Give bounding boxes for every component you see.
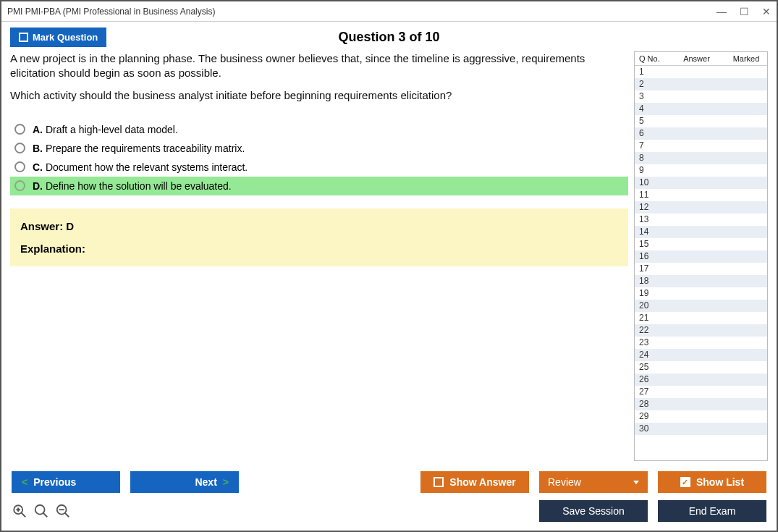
save-session-button[interactable]: Save Session xyxy=(539,500,648,522)
option-text: A. Draft a high-level data model. xyxy=(33,124,178,135)
question-row[interactable]: 4 xyxy=(635,103,767,115)
question-number: 23 xyxy=(639,337,665,349)
question-row[interactable]: 17 xyxy=(635,263,767,275)
body-area: A new project is in the planning phase. … xyxy=(1,51,777,464)
question-number: 14 xyxy=(639,226,665,238)
button-row-1: < Previous Next > Show Answer Review ✓ S… xyxy=(12,471,766,493)
stem-paragraph: Which activity should the business analy… xyxy=(10,88,628,103)
chevron-left-icon: < xyxy=(22,476,28,488)
question-list-body[interactable]: 1234567891011121314151617181920212223242… xyxy=(635,66,767,460)
radio-icon xyxy=(14,143,25,153)
question-row[interactable]: 24 xyxy=(635,349,767,361)
radio-icon xyxy=(14,161,25,172)
question-number: 29 xyxy=(639,410,665,423)
question-number: 19 xyxy=(639,287,665,300)
previous-label: Previous xyxy=(33,476,76,488)
col-marked: Marked xyxy=(728,54,764,63)
question-row[interactable]: 14 xyxy=(635,226,767,238)
zoom-in-icon[interactable] xyxy=(33,503,49,519)
review-button[interactable]: Review xyxy=(539,471,648,493)
question-counter: Question 3 of 10 xyxy=(1,30,777,45)
show-list-label: Show List xyxy=(696,476,744,488)
question-number: 30 xyxy=(639,423,665,435)
question-row[interactable]: 1 xyxy=(635,66,767,78)
answer-box: Answer: D Explanation: xyxy=(10,208,628,266)
review-label: Review xyxy=(548,476,581,488)
question-number: 26 xyxy=(639,373,665,386)
question-number: 10 xyxy=(639,177,665,189)
question-row[interactable]: 21 xyxy=(635,312,767,324)
footer: < Previous Next > Show Answer Review ✓ S… xyxy=(1,464,777,531)
show-answer-label: Show Answer xyxy=(449,476,515,488)
question-row[interactable]: 12 xyxy=(635,201,767,214)
question-number: 1 xyxy=(639,66,665,78)
question-row[interactable]: 16 xyxy=(635,250,767,263)
question-row[interactable]: 26 xyxy=(635,373,767,386)
question-number: 15 xyxy=(639,238,665,250)
question-row[interactable]: 8 xyxy=(635,152,767,164)
question-number: 27 xyxy=(639,386,665,398)
show-answer-button[interactable]: Show Answer xyxy=(420,471,529,493)
maximize-icon[interactable]: ☐ xyxy=(740,7,749,17)
svg-line-6 xyxy=(43,513,48,518)
question-row[interactable]: 18 xyxy=(635,275,767,287)
question-row[interactable]: 23 xyxy=(635,337,767,349)
question-number: 11 xyxy=(639,189,665,201)
option-text: D. Define how the solution will be evalu… xyxy=(33,180,232,192)
next-button[interactable]: Next > xyxy=(130,471,239,493)
zoom-reset-icon[interactable] xyxy=(12,503,28,519)
answer-line: Answer: D xyxy=(20,220,618,232)
question-number: 28 xyxy=(639,398,665,410)
zoom-controls xyxy=(12,503,71,519)
chevron-right-icon: > xyxy=(223,476,229,488)
question-row[interactable]: 27 xyxy=(635,386,767,398)
question-row[interactable]: 30 xyxy=(635,423,767,435)
end-exam-button[interactable]: End Exam xyxy=(658,500,766,522)
window-controls: — ☐ ✕ xyxy=(716,7,771,17)
zoom-out-icon[interactable] xyxy=(55,503,71,519)
mark-question-button[interactable]: Mark Question xyxy=(10,28,106,47)
show-list-button[interactable]: ✓ Show List xyxy=(658,471,766,493)
previous-button[interactable]: < Previous xyxy=(12,471,120,493)
option-d[interactable]: D. Define how the solution will be evalu… xyxy=(10,177,628,195)
question-row[interactable]: 3 xyxy=(635,90,767,103)
svg-line-8 xyxy=(65,513,69,518)
question-number: 5 xyxy=(639,115,665,127)
question-number: 7 xyxy=(639,140,665,152)
close-icon[interactable]: ✕ xyxy=(762,7,771,17)
question-row[interactable]: 15 xyxy=(635,238,767,250)
question-row[interactable]: 19 xyxy=(635,287,767,300)
option-b[interactable]: B. Prepare the requirements traceability… xyxy=(10,139,628,158)
explanation-label: Explanation: xyxy=(20,242,618,255)
question-number: 8 xyxy=(639,152,665,164)
question-row[interactable]: 10 xyxy=(635,177,767,189)
checkbox-icon xyxy=(434,477,444,487)
question-row[interactable]: 28 xyxy=(635,398,767,410)
question-number: 16 xyxy=(639,250,665,263)
option-text: C. Document how the relevant systems int… xyxy=(33,161,248,173)
question-row[interactable]: 20 xyxy=(635,300,767,312)
checkbox-icon xyxy=(19,33,28,42)
radio-icon xyxy=(14,124,25,135)
question-row[interactable]: 22 xyxy=(635,324,767,337)
svg-point-4 xyxy=(17,508,20,511)
titlebar: PMI PMI-PBA (PMI Professional in Busines… xyxy=(1,1,777,22)
question-row[interactable]: 29 xyxy=(635,410,767,423)
question-row[interactable]: 9 xyxy=(635,164,767,177)
question-row[interactable]: 6 xyxy=(635,127,767,140)
button-row-2: Save Session End Exam xyxy=(12,500,766,522)
question-number: 6 xyxy=(639,127,665,140)
question-row[interactable]: 11 xyxy=(635,189,767,201)
question-number: 18 xyxy=(639,275,665,287)
option-a[interactable]: A. Draft a high-level data model. xyxy=(10,120,628,139)
question-row[interactable]: 5 xyxy=(635,115,767,127)
option-c[interactable]: C. Document how the relevant systems int… xyxy=(10,158,628,177)
chevron-down-icon xyxy=(633,481,639,484)
question-row[interactable]: 7 xyxy=(635,140,767,152)
question-row[interactable]: 25 xyxy=(635,361,767,373)
question-row[interactable]: 2 xyxy=(635,78,767,90)
question-row[interactable]: 13 xyxy=(635,214,767,226)
question-number: 4 xyxy=(639,103,665,115)
save-session-label: Save Session xyxy=(562,505,625,517)
minimize-icon[interactable]: — xyxy=(716,7,727,17)
